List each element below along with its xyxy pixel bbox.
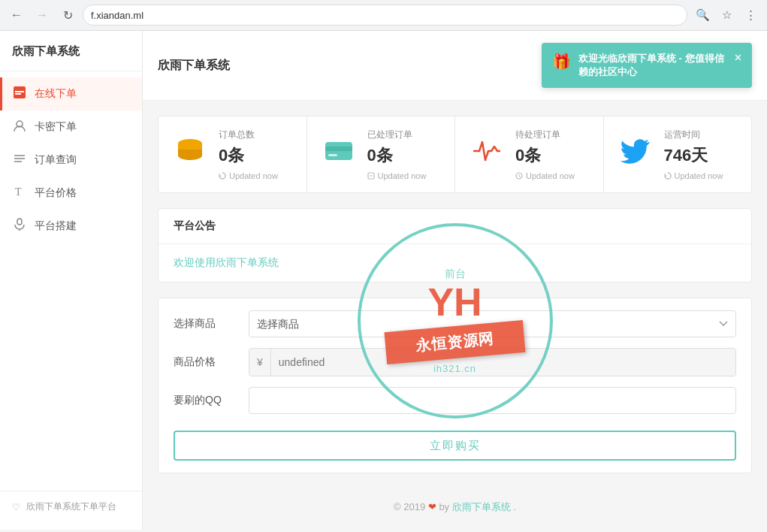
price-input-wrap: ¥: [249, 348, 736, 376]
footer-suffix: .: [513, 501, 516, 512]
qq-input[interactable]: [249, 387, 736, 414]
copyright-text: © 2019: [394, 501, 425, 512]
platform-build-icon: [12, 218, 27, 234]
search-icon-button[interactable]: 🔍: [692, 5, 713, 26]
toast-notification: 🎁 欢迎光临欣雨下单系统 - 您值得信赖的社区中心 ×: [542, 43, 752, 88]
content-body: 订单总数 0条 Updated now: [143, 101, 767, 530]
sidebar-item-online-order[interactable]: 在线下单: [0, 77, 142, 110]
stats-row: 订单总数 0条 Updated now: [158, 116, 752, 193]
qq-label: 要刷的QQ: [174, 394, 249, 407]
stat-label-pending: 待处理订单: [515, 128, 588, 141]
stat-value-total: 0条: [219, 144, 291, 167]
svg-rect-1: [15, 91, 24, 92]
content-header: 欣雨下单系统 🎁 欢迎光临欣雨下单系统 - 您值得信赖的社区中心 ×: [143, 31, 767, 101]
online-order-icon: [12, 86, 27, 102]
svg-rect-12: [325, 147, 352, 151]
toast-close-button[interactable]: ×: [735, 52, 741, 64]
svg-rect-2: [15, 93, 21, 95]
price-prefix: ¥: [249, 349, 271, 376]
order-query-icon: [12, 152, 27, 168]
by-text: by: [439, 501, 449, 512]
svg-line-18: [519, 177, 521, 177]
sidebar-item-label-card-secret: 卡密下单: [35, 120, 77, 134]
sidebar-footer-text: 欣雨下单系统下单平台: [26, 500, 116, 513]
toast-text: 欢迎光临欣雨下单系统 - 您值得信赖的社区中心: [578, 52, 727, 79]
app-wrapper: 欣雨下单系统 在线下单 卡密下单 订单查询: [0, 31, 767, 530]
form-row-price: 商品价格 ¥: [174, 348, 736, 376]
forward-button[interactable]: →: [32, 5, 53, 26]
stat-card-pending-orders: 待处理订单 0条 Updated now: [455, 116, 604, 192]
stat-updated-optime: Updated now: [664, 171, 737, 180]
sidebar-item-card-secret-order[interactable]: 卡密下单: [0, 110, 142, 144]
footer-brand-link[interactable]: 欣雨下单系统: [452, 501, 511, 512]
stat-updated-processed: Updated now: [367, 171, 440, 180]
footer-heart-icon: ♡: [12, 502, 20, 512]
content-area: 欣雨下单系统 🎁 欢迎光临欣雨下单系统 - 您值得信赖的社区中心 ×: [143, 31, 767, 530]
sidebar-nav: 在线下单 卡密下单 订单查询 T 平台价格: [0, 71, 142, 491]
sidebar-footer: ♡ 欣雨下单系统下单平台: [0, 491, 142, 522]
stat-value-pending: 0条: [515, 144, 588, 167]
refresh-button[interactable]: ↻: [57, 5, 78, 26]
buy-button[interactable]: 立即购买: [174, 431, 736, 461]
twitter-icon: [619, 135, 652, 174]
stat-info-pending: 待处理订单 0条 Updated now: [515, 128, 588, 180]
announcement-panel-header: 平台公告: [159, 209, 751, 244]
product-select[interactable]: 选择商品: [249, 310, 736, 337]
svg-rect-8: [17, 219, 22, 225]
bookmark-icon-button[interactable]: ☆: [716, 5, 737, 26]
sidebar-item-platform-build[interactable]: 平台搭建: [0, 210, 142, 243]
stat-label-processed: 已处理订单: [367, 128, 440, 141]
stat-info-processed: 已处理订单 0条 Updated now: [367, 128, 440, 180]
sidebar: 欣雨下单系统 在线下单 卡密下单 订单查询: [0, 31, 143, 530]
price-label: 商品价格: [174, 355, 249, 369]
svg-rect-13: [328, 154, 337, 156]
sidebar-logo: 欣雨下单系统: [0, 31, 142, 71]
platform-price-icon: T: [12, 185, 27, 201]
database-icon: [174, 135, 207, 174]
sidebar-item-label-order-query: 订单查询: [35, 153, 77, 167]
stat-card-total-orders: 订单总数 0条 Updated now: [159, 116, 307, 192]
content-footer: © 2019 ❤ by 欣雨下单系统 .: [158, 488, 752, 526]
card-icon: [322, 135, 355, 174]
svg-text:T: T: [15, 186, 22, 198]
stat-updated-total: Updated now: [219, 171, 291, 180]
stat-label-total: 订单总数: [219, 128, 291, 141]
back-button[interactable]: ←: [6, 5, 27, 26]
sidebar-item-platform-price[interactable]: T 平台价格: [0, 177, 142, 210]
form-row-product: 选择商品 选择商品: [174, 310, 736, 337]
sidebar-item-label-platform-price: 平台价格: [35, 186, 77, 200]
announcement-panel: 平台公告 欢迎使用欣雨下单系统: [158, 208, 752, 283]
stat-info-total-orders: 订单总数 0条 Updated now: [219, 128, 291, 180]
stat-label-optime: 运营时间: [664, 128, 737, 141]
form-row-qq: 要刷的QQ: [174, 387, 736, 414]
address-bar[interactable]: f.xiandan.ml: [83, 5, 687, 26]
heart-icon: ❤: [428, 501, 436, 512]
price-input[interactable]: [271, 349, 735, 376]
sidebar-item-label-platform-build: 平台搭建: [35, 219, 77, 233]
toolbar-actions: 🔍 ☆ ⋮: [692, 5, 761, 26]
stat-value-processed: 0条: [367, 144, 440, 167]
product-label: 选择商品: [174, 317, 249, 331]
toast-gift-icon: 🎁: [552, 53, 571, 71]
sidebar-item-order-query[interactable]: 订单查询: [0, 144, 142, 177]
order-form-body: 选择商品 选择商品 商品价格 ¥ 要刷的QQ: [159, 298, 751, 473]
stat-card-operation-time: 运营时间 746天 Updated now: [604, 116, 752, 192]
url-text: f.xiandan.ml: [91, 10, 143, 21]
menu-icon-button[interactable]: ⋮: [740, 5, 761, 26]
stat-value-optime: 746天: [664, 144, 737, 167]
stat-updated-pending: Updated now: [515, 171, 588, 180]
order-form-panel: 选择商品 选择商品 商品价格 ¥ 要刷的QQ: [158, 298, 752, 473]
stat-info-optime: 运营时间 746天 Updated now: [664, 128, 737, 180]
card-secret-icon: [12, 119, 27, 135]
browser-chrome: ← → ↻ f.xiandan.ml 🔍 ☆ ⋮: [0, 0, 767, 31]
page-title: 欣雨下单系统: [158, 58, 230, 74]
announcement-link[interactable]: 欢迎使用欣雨下单系统: [174, 256, 279, 268]
stat-card-processed-orders: 已处理订单 0条 Updated now: [307, 116, 456, 192]
pulse-icon: [470, 135, 503, 174]
sidebar-item-label-online-order: 在线下单: [35, 87, 77, 101]
announcement-panel-body: 欢迎使用欣雨下单系统: [159, 244, 751, 282]
browser-toolbar: ← → ↻ f.xiandan.ml 🔍 ☆ ⋮: [0, 0, 767, 30]
